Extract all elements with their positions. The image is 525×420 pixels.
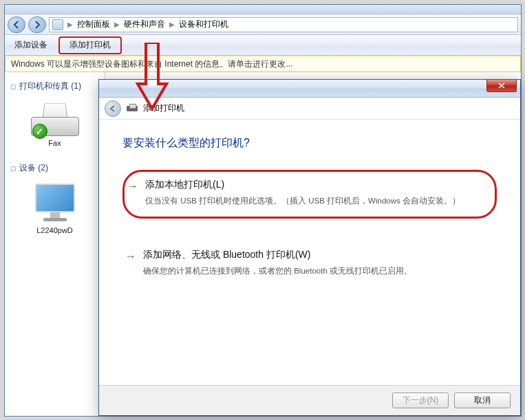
add-printer-dialog: 添加打印机 要安装什么类型的打印机? → 添加本地打印机(L) 仅当没有 USB… (98, 79, 521, 416)
add-printer-button[interactable]: 添加打印机 (58, 36, 122, 54)
option-network-printer[interactable]: → 添加网络、无线或 Bluetooth 打印机(W) 确保您的计算机已连接到网… (122, 242, 497, 287)
forward-button[interactable] (28, 16, 46, 33)
dialog-question: 要安装什么类型的打印机? (122, 136, 497, 151)
toolbar: 添加设备 添加打印机 (5, 35, 521, 56)
breadcrumb-item[interactable]: 控制面板 (77, 19, 110, 30)
arrow-left-icon (109, 104, 117, 113)
add-device-button[interactable]: 添加设备 (5, 35, 57, 55)
breadcrumb[interactable]: ▶ 控制面板 ▶ 硬件和声音 ▶ 设备和打印机 (49, 17, 518, 32)
cancel-button[interactable]: 取消 (454, 393, 511, 408)
breadcrumb-separator-icon: ▶ (67, 21, 73, 28)
arrow-left-icon (12, 21, 21, 29)
fax-icon: ✓ (31, 102, 79, 136)
information-bar[interactable]: Windows 可以显示增强型设备图标和来自 Internet 的信息。请单击进… (5, 56, 521, 72)
group-devices-header[interactable]: ▢ 设备 (2) (5, 159, 105, 177)
arrow-bullet-icon: → (125, 250, 136, 263)
dialog-body: 要安装什么类型的打印机? → 添加本地打印机(L) 仅当没有 USB 打印机时使… (99, 120, 520, 327)
device-label: Fax (8, 139, 102, 147)
default-check-icon: ✓ (32, 124, 47, 139)
dialog-footer: 下一步(N) 取消 (99, 385, 520, 415)
dialog-back-button[interactable] (105, 100, 121, 117)
device-list-pane: ▢ 打印机和传真 (1) ✓ Fax ▢ 设备 (2) (5, 72, 105, 416)
group-title: 设备 (2) (19, 162, 48, 174)
window-titlebar[interactable] (5, 5, 521, 14)
collapse-icon: ▢ (10, 165, 17, 172)
close-button[interactable] (486, 80, 517, 92)
back-button[interactable] (8, 16, 25, 33)
collapse-icon: ▢ (10, 83, 17, 90)
dialog-titlebar[interactable] (99, 80, 520, 98)
next-button[interactable]: 下一步(N) (392, 393, 449, 408)
breadcrumb-item[interactable]: 设备和打印机 (179, 19, 228, 30)
arrow-bullet-icon: → (127, 180, 138, 192)
option-description: 确保您的计算机已连接到网络，或者您的 Bluetooth 或无线打印机已启用。 (143, 265, 491, 277)
breadcrumb-separator-icon: ▶ (114, 21, 120, 28)
infobar-text: Windows 可以显示增强型设备图标和来自 Internet 的信息。请单击进… (11, 58, 292, 70)
device-label: L2240pwD (8, 226, 102, 234)
option-local-printer[interactable]: → 添加本地打印机(L) 仅当没有 USB 打印机时使用此选项。（插入 USB … (122, 170, 497, 219)
group-printers-header[interactable]: ▢ 打印机和传真 (1) (5, 78, 105, 95)
device-monitor[interactable]: L2240pwD (8, 184, 102, 234)
option-title: 添加网络、无线或 Bluetooth 打印机(W) (143, 249, 491, 261)
printer-icon (127, 104, 138, 113)
dialog-header: 添加打印机 (99, 98, 520, 120)
dialog-header-title: 添加打印机 (143, 102, 184, 114)
arrow-right-icon (33, 21, 41, 29)
option-title: 添加本地打印机(L) (145, 179, 484, 191)
group-title: 打印机和传真 (1) (19, 80, 81, 92)
option-description: 仅当没有 USB 打印机时使用此选项。（插入 USB 打印机后，Windows … (145, 195, 484, 207)
navigation-bar: ▶ 控制面板 ▶ 硬件和声音 ▶ 设备和打印机 (5, 14, 521, 35)
breadcrumb-separator-icon: ▶ (169, 21, 175, 28)
breadcrumb-item[interactable]: 硬件和声音 (124, 19, 165, 30)
monitor-icon (33, 184, 77, 223)
device-fax[interactable]: ✓ Fax (8, 102, 102, 147)
computer-icon (52, 19, 63, 30)
close-icon (498, 82, 505, 89)
